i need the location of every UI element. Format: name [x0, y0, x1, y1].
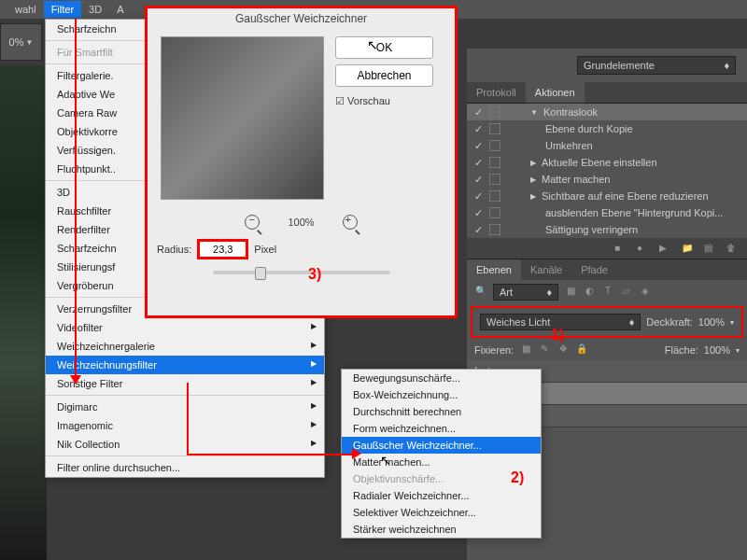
lock-brush-icon[interactable]: ✎ — [538, 343, 551, 357]
action-row[interactable]: ✓▶ Matter machen — [467, 171, 747, 188]
preset-dropdown[interactable]: Grundelemente♦ — [577, 56, 736, 75]
menu-item[interactable]: A — [109, 1, 131, 18]
arrow-line — [187, 383, 189, 455]
annotation-3: 3) — [308, 266, 321, 283]
radius-slider[interactable] — [213, 271, 390, 274]
submenu-item[interactable]: Form weichzeichnen... — [342, 420, 541, 437]
preview-area[interactable] — [161, 36, 324, 200]
dialog-title: Gaußscher Weichzeichner — [148, 8, 455, 29]
filter-menu-item[interactable]: Nik Collection — [46, 435, 324, 454]
menu-filter[interactable]: Filter — [44, 1, 81, 18]
zoom-indicator: 0%▼ — [0, 23, 42, 61]
action-row[interactable]: ✓Ebene durch Kopie — [467, 120, 747, 137]
arrow-head-icon — [70, 375, 81, 385]
radius-input[interactable] — [197, 239, 248, 259]
trash-icon[interactable]: 🗑 — [726, 243, 738, 254]
action-row[interactable]: ✓▶ Aktuelle Ebene einstellen — [467, 154, 747, 171]
tab-kanale[interactable]: Kanäle — [521, 259, 571, 280]
tab-aktionen[interactable]: Aktionen — [526, 82, 585, 103]
annotation-1: 1) — [551, 327, 564, 343]
gaussian-blur-dialog: Gaußscher Weichzeichner OK Abbrechen ☑ V… — [145, 6, 458, 318]
annotation-2: 2) — [511, 469, 524, 486]
tab-protokoll[interactable]: Protokoll — [467, 82, 526, 103]
zoom-out-icon[interactable] — [245, 215, 260, 230]
tab-ebenen[interactable]: Ebenen — [467, 259, 521, 280]
adjust-filter-icon[interactable]: ◐ — [583, 286, 596, 299]
submenu-item[interactable]: Selektiver Weichzeichner... — [342, 504, 541, 521]
record-icon[interactable]: ● — [637, 243, 648, 254]
menu-item[interactable]: 3D — [81, 1, 109, 18]
action-row[interactable]: ✓Sättigung verringern — [467, 221, 747, 238]
zoom-level: 100% — [288, 217, 314, 228]
lock-label: Fixieren: — [474, 344, 514, 356]
filter-menu-item[interactable]: Imagenomic — [46, 416, 324, 435]
submenu-item[interactable]: Gaußscher Weichzeichner... — [342, 437, 541, 454]
cursor-icon: ↖ — [367, 37, 378, 52]
type-filter-icon[interactable]: T — [601, 286, 614, 299]
tab-pfade[interactable]: Pfade — [571, 259, 617, 280]
action-row[interactable]: ✓▼ Kontraslook — [467, 104, 747, 120]
zoom-in-icon[interactable] — [343, 215, 358, 230]
submenu-item[interactable]: Stärker weichzeichnen — [342, 521, 541, 538]
cursor-icon: ↖ — [380, 453, 391, 468]
action-row[interactable]: ✓Umkehren — [467, 137, 747, 154]
ok-button[interactable]: OK — [335, 36, 433, 59]
blur-submenu: Bewegungsunschärfe...Box-Weichzeichnung.… — [341, 369, 542, 539]
filter-menu-item[interactable]: Weichzeichnergalerie — [46, 337, 324, 356]
cancel-button[interactable]: Abbrechen — [335, 64, 433, 87]
lock-pixels-icon[interactable]: ▦ — [519, 343, 532, 357]
filter-type-select[interactable]: Art♦ — [493, 284, 558, 301]
radius-label: Radius: — [157, 244, 191, 255]
action-controls: ■ ● ▶ 📁 ▤ 🗑 — [467, 238, 747, 259]
opacity-value[interactable]: 100% — [698, 316, 725, 328]
search-icon: 🔍 — [474, 286, 487, 299]
filter-menu-item[interactable]: Videofilter — [46, 318, 324, 337]
folder-icon[interactable]: 📁 — [682, 243, 693, 254]
submenu-item[interactable]: Radialer Weichzeichner... — [342, 487, 541, 504]
submenu-item[interactable]: Box-Weichzeichnung... — [342, 386, 541, 403]
menu-item[interactable]: wahl — [7, 1, 44, 18]
fill-label: Fläche: — [665, 344, 698, 356]
action-row[interactable]: ✓▶ Sichtbare auf eine Ebene reduzieren — [467, 188, 747, 204]
arrow-line — [187, 454, 355, 455]
arrow-line — [75, 19, 77, 378]
lock-move-icon[interactable]: ✥ — [557, 343, 570, 357]
image-filter-icon[interactable]: ▦ — [564, 286, 577, 299]
play-icon[interactable]: ▶ — [659, 243, 670, 254]
filter-menu-item[interactable]: Weichzeichnungsfilter — [46, 356, 324, 374]
arrow-head-icon — [352, 448, 361, 459]
new-icon[interactable]: ▤ — [704, 243, 715, 254]
filter-menu-item[interactable]: Filter online durchsuchen... — [46, 458, 324, 477]
shape-filter-icon[interactable]: ▱ — [620, 286, 633, 299]
fill-value[interactable]: 100% — [704, 344, 730, 356]
filter-menu-item[interactable]: Digimarc — [46, 398, 324, 416]
lock-all-icon[interactable]: 🔒 — [575, 343, 588, 357]
stop-icon[interactable]: ■ — [614, 243, 626, 254]
action-list: ✓▼ Kontraslook✓Ebene durch Kopie✓Umkehre… — [467, 104, 747, 238]
canvas-area — [0, 65, 47, 560]
filter-menu-item[interactable]: Sonstige Filter — [46, 374, 324, 393]
opacity-label: Deckkraft: — [646, 316, 693, 328]
radius-unit: Pixel — [254, 244, 276, 255]
submenu-item[interactable]: Matter machen... — [342, 454, 541, 470]
smart-filter-icon[interactable]: ◈ — [639, 286, 652, 299]
preview-checkbox[interactable]: ☑ Vorschau — [335, 94, 447, 107]
action-row[interactable]: ✓ausblenden Ebene "Hintergrund Kopi... — [467, 204, 747, 221]
submenu-item[interactable]: Bewegungsunschärfe... — [342, 370, 541, 386]
submenu-item[interactable]: Durchschnitt berechnen — [342, 403, 541, 420]
